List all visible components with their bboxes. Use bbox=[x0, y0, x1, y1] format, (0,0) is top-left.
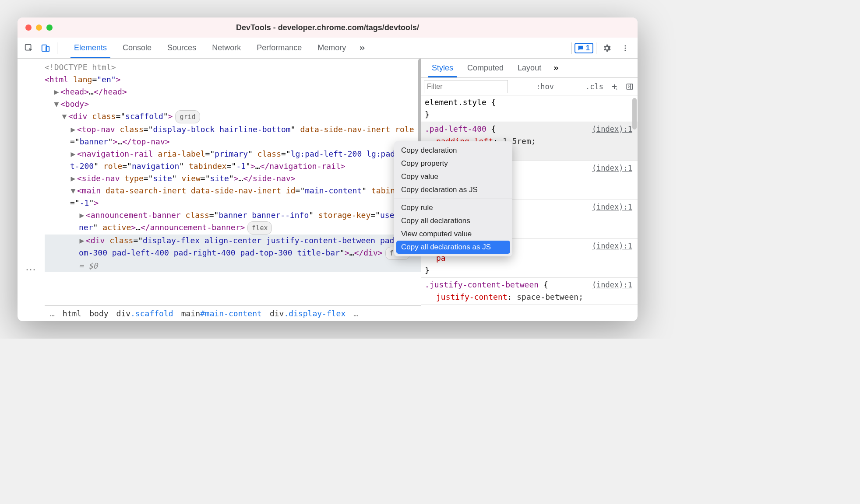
elements-panel[interactable]: <!DOCTYPE html> <html lang="en"> ▶<head>… bbox=[45, 59, 421, 321]
main-toolbar: Elements Console Sources Network Perform… bbox=[18, 38, 638, 59]
tab-console[interactable]: Console bbox=[115, 38, 159, 58]
minimize-window-button[interactable] bbox=[36, 24, 42, 31]
hov-toggle[interactable]: :hov bbox=[532, 82, 557, 91]
navrail-node[interactable]: ▶<navigation-rail aria-label="primary" c… bbox=[45, 148, 421, 172]
svg-rect-6 bbox=[627, 84, 633, 89]
element-style-rule[interactable]: element.style {} bbox=[421, 95, 638, 122]
new-rule-icon[interactable] bbox=[607, 83, 622, 91]
styles-filter-input[interactable] bbox=[424, 80, 508, 93]
panel-tabs: Elements Console Sources Network Perform… bbox=[66, 38, 370, 58]
menu-copy-all-declarations-js[interactable]: Copy all declarations as JS bbox=[396, 241, 510, 254]
breadcrumb-item[interactable]: html bbox=[63, 308, 81, 320]
main-node[interactable]: ▼<main data-search-inert data-side-nav-i… bbox=[45, 185, 421, 209]
tab-layout[interactable]: Layout bbox=[511, 59, 548, 77]
breadcrumb-item[interactable]: div.scaffold bbox=[116, 308, 173, 320]
selected-node[interactable]: ▶<div class="display-flex align-center j… bbox=[45, 234, 421, 272]
tab-performance[interactable]: Performance bbox=[249, 38, 310, 58]
head-node[interactable]: ▶<head>…</head> bbox=[45, 86, 421, 98]
menu-copy-all-declarations[interactable]: Copy all declarations bbox=[394, 214, 512, 228]
settings-gear-icon[interactable] bbox=[599, 40, 615, 56]
tab-memory[interactable]: Memory bbox=[310, 38, 354, 58]
svg-point-4 bbox=[625, 47, 626, 49]
rule-source[interactable]: (index):1 bbox=[592, 201, 632, 213]
flex-badge[interactable]: flex bbox=[247, 221, 272, 234]
more-tabs-icon[interactable] bbox=[548, 59, 564, 77]
window-title: DevTools - developer.chrome.com/tags/dev… bbox=[236, 23, 419, 32]
tab-computed[interactable]: Computed bbox=[460, 59, 511, 77]
svg-point-5 bbox=[625, 49, 626, 51]
rule-source[interactable]: (index):1 bbox=[592, 240, 632, 252]
svg-point-3 bbox=[625, 45, 626, 46]
breadcrumb-overflow[interactable]: … bbox=[50, 308, 55, 320]
row-menu-icon[interactable]: ⋯ bbox=[18, 263, 45, 276]
separator bbox=[57, 42, 57, 54]
menu-view-computed[interactable]: View computed value bbox=[394, 228, 512, 241]
kebab-menu-icon[interactable] bbox=[617, 40, 633, 56]
separator bbox=[596, 42, 596, 54]
scaffold-node[interactable]: ▼<div class="scaffold">grid bbox=[45, 110, 421, 123]
css-rule[interactable]: (index):1 .justify-content-between { jus… bbox=[421, 278, 638, 304]
breadcrumbs: … html body div.scaffold main#main-conte… bbox=[45, 305, 421, 321]
cls-toggle[interactable]: .cls bbox=[582, 82, 607, 91]
menu-copy-value[interactable]: Copy value bbox=[394, 170, 512, 183]
devtools-window: DevTools - developer.chrome.com/tags/dev… bbox=[18, 18, 638, 321]
announcement-node[interactable]: ▶<announcement-banner class="banner bann… bbox=[45, 209, 421, 234]
maximize-window-button[interactable] bbox=[46, 24, 53, 31]
breadcrumb-item[interactable]: div.display-flex bbox=[270, 308, 345, 320]
issues-badge[interactable]: 1 bbox=[575, 43, 593, 53]
menu-copy-declaration-js[interactable]: Copy declaration as JS bbox=[394, 183, 512, 196]
sidenav-node[interactable]: ▶<side-nav type="site" view="site">…</si… bbox=[45, 172, 421, 185]
context-menu: Copy declaration Copy property Copy valu… bbox=[394, 141, 512, 256]
breadcrumb-item[interactable]: body bbox=[89, 308, 108, 320]
issues-count: 1 bbox=[586, 44, 590, 52]
sidebar-toggle-icon[interactable] bbox=[622, 83, 638, 91]
tab-sources[interactable]: Sources bbox=[159, 38, 204, 58]
titlebar: DevTools - developer.chrome.com/tags/dev… bbox=[18, 18, 638, 38]
rule-source[interactable]: (index):1 bbox=[592, 279, 632, 291]
left-gutter: ⋯ bbox=[18, 59, 45, 321]
menu-copy-rule[interactable]: Copy rule bbox=[394, 201, 512, 214]
traffic-lights bbox=[25, 24, 53, 31]
rule-source[interactable]: (index):1 bbox=[592, 123, 632, 135]
topnav-node[interactable]: ▶<top-nav class="display-block hairline-… bbox=[45, 123, 421, 148]
grid-badge[interactable]: grid bbox=[175, 110, 200, 123]
doctype-node[interactable]: <!DOCTYPE html> bbox=[45, 61, 421, 74]
close-window-button[interactable] bbox=[25, 24, 32, 31]
html-node[interactable]: <html lang="en"> bbox=[45, 74, 421, 86]
more-tabs-icon[interactable] bbox=[354, 38, 370, 58]
rule-source[interactable]: (index):1 bbox=[592, 162, 632, 174]
scrollbar[interactable] bbox=[632, 98, 637, 130]
inspect-element-icon[interactable] bbox=[21, 40, 37, 56]
breadcrumb-item[interactable]: main#main-content bbox=[181, 308, 262, 320]
breadcrumb-overflow[interactable]: … bbox=[353, 308, 358, 320]
tab-elements[interactable]: Elements bbox=[66, 38, 115, 58]
menu-copy-property[interactable]: Copy property bbox=[394, 157, 512, 170]
tab-network[interactable]: Network bbox=[204, 38, 249, 58]
separator bbox=[394, 199, 512, 199]
separator bbox=[571, 42, 572, 54]
body-node[interactable]: ▼<body> bbox=[45, 98, 421, 110]
tab-styles[interactable]: Styles bbox=[425, 59, 460, 77]
menu-copy-declaration[interactable]: Copy declaration bbox=[394, 144, 512, 157]
device-toggle-icon[interactable] bbox=[38, 40, 53, 56]
content-area: ⋯ <!DOCTYPE html> <html lang="en"> ▶<hea… bbox=[18, 59, 638, 321]
